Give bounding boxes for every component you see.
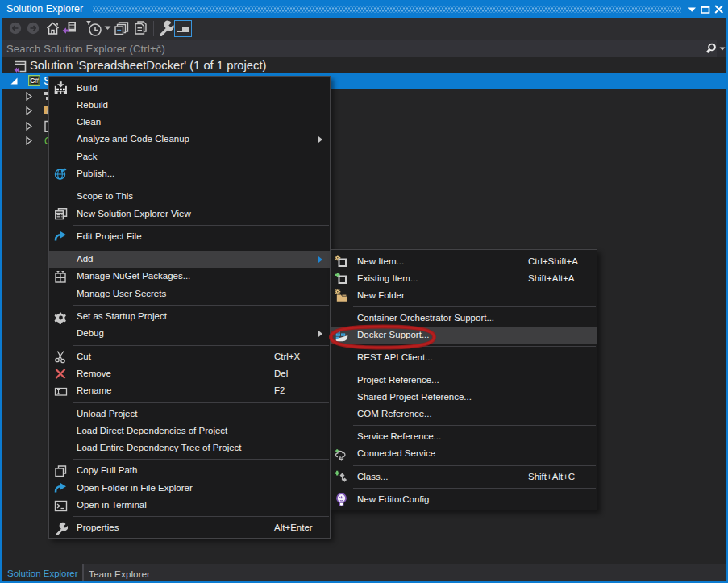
svg-text:C#: C#	[30, 77, 39, 85]
